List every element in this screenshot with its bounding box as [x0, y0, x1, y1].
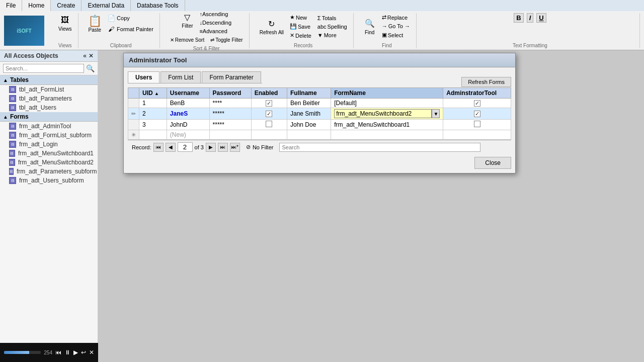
sidebar-close-icon[interactable]: ✕	[89, 52, 94, 59]
sidebar-item-frm-parameters-subform[interactable]: ▤ frm_adt_Parameters_subform	[0, 167, 98, 176]
cell-username[interactable]: (New)	[167, 130, 209, 140]
sidebar-item-tbl-formlist[interactable]: ▤ tbl_adt_FormList	[0, 85, 98, 94]
new-btn[interactable]: ★ New	[288, 13, 313, 22]
tab-create[interactable]: Create	[51, 0, 82, 11]
status-close-btn[interactable]: ✕	[89, 349, 94, 356]
admintool-checkbox[interactable]	[474, 100, 480, 107]
toggle-filter-btn[interactable]: ⇌ Toggle Filter	[208, 36, 245, 44]
sidebar-item-frm-users-subform[interactable]: ▤ frm_adt_Users_subform	[0, 176, 98, 185]
cell-uid[interactable]: 2	[139, 108, 167, 120]
cell-admintool[interactable]	[443, 108, 511, 120]
status-pause-btn[interactable]: ⏸	[64, 349, 70, 356]
sidebar-item-frm-formlist-subform[interactable]: ▤ frm_adt_FormList_subform	[0, 131, 98, 140]
nav-search-input[interactable]	[279, 143, 480, 152]
format-painter-btn[interactable]: 🖌 Format Painter	[105, 24, 155, 34]
sidebar-item-frm-login[interactable]: ▤ frm_adt_Login	[0, 140, 98, 149]
status-rewind-btn[interactable]: ⏮	[55, 349, 61, 356]
nav-last-btn[interactable]: ⏭	[218, 143, 228, 152]
nav-prev-btn[interactable]: ◀	[166, 143, 176, 152]
nav-first-btn[interactable]: ⏮	[153, 143, 164, 152]
save-btn[interactable]: 💾 Save	[288, 22, 313, 31]
cell-fullname[interactable]: Ben Beitler	[287, 99, 331, 108]
tab-users[interactable]: Users	[128, 71, 159, 83]
col-enabled[interactable]: Enabled	[251, 88, 287, 99]
tab-database-tools[interactable]: Database Tools	[131, 0, 185, 11]
replace-btn[interactable]: ⇄ Replace	[380, 13, 412, 22]
nav-new-btn[interactable]: ⏭*	[230, 143, 240, 152]
cell-enabled[interactable]	[251, 120, 287, 130]
cell-username[interactable]: JohnD	[167, 120, 209, 130]
status-play-btn[interactable]: ▶	[73, 349, 78, 356]
tab-external-data[interactable]: External Data	[82, 0, 131, 11]
col-uid[interactable]: UID	[139, 88, 167, 99]
more-btn[interactable]: ▼ More	[315, 31, 349, 39]
cell-admintool[interactable]	[443, 120, 511, 130]
cell-username[interactable]: BenB	[167, 99, 209, 108]
sidebar-item-tbl-parameters[interactable]: ▤ tbl_adt_Parameters	[0, 94, 98, 103]
cell-formname[interactable]: ▼	[331, 108, 443, 120]
sidebar-collapse-icon[interactable]: «	[83, 52, 87, 59]
advanced-btn[interactable]: ≡ Advanced	[197, 27, 233, 35]
enabled-checkbox[interactable]	[266, 121, 272, 127]
sidebar-section-forms[interactable]: ▲ Forms	[0, 112, 98, 122]
filter-btn[interactable]: ▽ Filter	[179, 10, 195, 35]
select-btn[interactable]: ▣ Select	[380, 31, 412, 39]
tab-form-parameter[interactable]: Form Parameter	[202, 71, 261, 83]
sidebar-item-frm-menuswitchboard2[interactable]: ▤ frm_adt_MenuSwitchboard2	[0, 158, 98, 167]
cell-uid[interactable]: 1	[139, 99, 167, 108]
formname-input[interactable]	[334, 109, 432, 118]
goto-btn[interactable]: → Go To →	[380, 22, 412, 30]
cell-formname[interactable]: frm_adt_MenuSwitchboard1	[331, 120, 443, 130]
cell-enabled[interactable]	[251, 108, 287, 120]
sidebar-search-input[interactable]	[3, 64, 84, 73]
refresh-all-btn[interactable]: ↻ Refresh All	[258, 17, 286, 36]
bold-btn[interactable]: B	[514, 13, 523, 23]
admintool-checkbox[interactable]	[474, 121, 480, 127]
totals-btn[interactable]: Σ Totals	[315, 14, 349, 22]
cell-formname[interactable]: [Default]	[331, 99, 443, 108]
cell-formname[interactable]	[331, 130, 443, 140]
enabled-checkbox[interactable]	[266, 100, 272, 107]
nav-current-record[interactable]	[178, 142, 193, 152]
underline-btn[interactable]: U	[536, 13, 546, 23]
tab-home[interactable]: Home	[22, 0, 51, 11]
cell-fullname[interactable]: John Doe	[287, 120, 331, 130]
close-btn[interactable]: Close	[474, 157, 511, 169]
views-btn[interactable]: 🖼 Views	[56, 13, 74, 33]
cell-enabled[interactable]	[251, 130, 287, 140]
cell-admintool[interactable]	[443, 99, 511, 108]
sidebar-item-tbl-users[interactable]: ▤ tbl_adt_Users	[0, 103, 98, 112]
formname-dropdown-btn[interactable]: ▼	[432, 109, 440, 118]
italic-btn[interactable]: I	[527, 13, 534, 23]
col-fullname[interactable]: Fullname	[287, 88, 331, 99]
cell-password[interactable]: *****	[209, 120, 251, 130]
status-back-btn[interactable]: ↩	[81, 349, 86, 356]
cell-uid[interactable]	[139, 130, 167, 140]
cell-enabled[interactable]	[251, 99, 287, 108]
ascending-btn[interactable]: ↑ Ascending	[197, 10, 233, 18]
sidebar-item-frm-menuswitchboard1[interactable]: ▤ frm_adt_MenuSwitchboard1	[0, 149, 98, 158]
tab-file[interactable]: File	[0, 0, 22, 11]
sidebar-item-frm-admintool[interactable]: ▤ frm_adt_AdminTool	[0, 122, 98, 131]
cell-admintool[interactable]	[443, 130, 511, 140]
cell-fullname[interactable]	[287, 130, 331, 140]
col-admintool[interactable]: AdminstratorTool	[443, 88, 511, 99]
cell-username[interactable]: JaneS	[167, 108, 209, 120]
sidebar-search-icon[interactable]: 🔍	[86, 64, 95, 72]
spelling-btn[interactable]: abc Spelling	[315, 23, 349, 31]
col-username[interactable]: Username	[167, 88, 209, 99]
cell-fullname[interactable]: Jane Smith	[287, 108, 331, 120]
find-btn[interactable]: 🔍 Find	[362, 17, 378, 36]
cell-password[interactable]: ****	[209, 99, 251, 108]
remove-sort-btn[interactable]: ✕ Remove Sort	[168, 36, 206, 44]
descending-btn[interactable]: ↓ Descending	[197, 19, 233, 27]
delete-btn[interactable]: ✕ Delete	[288, 31, 313, 40]
admintool-checkbox[interactable]	[474, 111, 480, 117]
sidebar-section-tables[interactable]: ▲ Tables	[0, 75, 98, 85]
col-formname[interactable]: FormName	[331, 88, 443, 99]
refresh-forms-btn[interactable]: Refresh Forms	[461, 77, 511, 87]
paste-btn[interactable]: 📋 Paste	[87, 14, 104, 34]
cell-password[interactable]	[209, 130, 251, 140]
col-password[interactable]: Password	[209, 88, 251, 99]
nav-next-btn[interactable]: ▶	[206, 143, 216, 152]
